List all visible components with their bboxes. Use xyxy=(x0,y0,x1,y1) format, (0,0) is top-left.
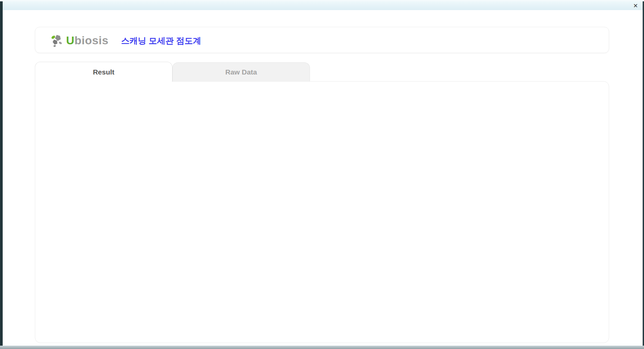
logo-text: Ubiosis xyxy=(66,34,108,47)
window-frame-bottom xyxy=(0,346,644,349)
result-panel xyxy=(35,81,609,343)
tab-result[interactable]: Result xyxy=(35,62,172,82)
window-titlebar: ✕ xyxy=(3,1,643,10)
logo: Ubiosis xyxy=(50,33,108,48)
window-frame-left xyxy=(0,1,3,346)
ubiosis-logo-icon xyxy=(50,33,65,48)
app-title: 스캐닝 모세관 점도계 xyxy=(121,35,201,46)
header-bar: Ubiosis 스캐닝 모세관 점도계 xyxy=(35,27,609,53)
window-frame-right xyxy=(643,1,644,346)
tab-raw-data[interactable]: Raw Data xyxy=(172,62,310,81)
close-icon[interactable]: ✕ xyxy=(633,3,638,9)
